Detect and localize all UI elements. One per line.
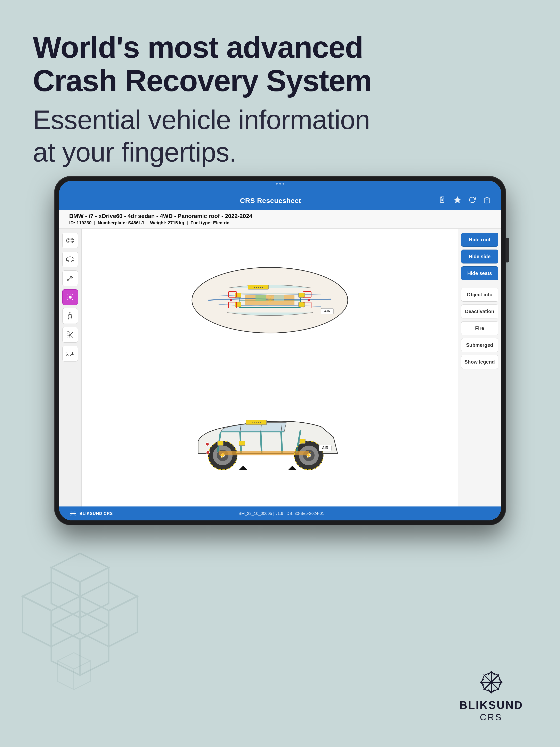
svg-rect-71	[219, 451, 309, 456]
hero-subtitle: Essential vehicle information at your fi…	[33, 104, 527, 169]
svg-marker-14	[74, 661, 90, 690]
svg-line-68	[281, 432, 282, 453]
vehicle-title: BMW - i7 - xDrive60 - 4dr sedan - 4WD - …	[69, 213, 491, 220]
hide-roof-button[interactable]: Hide roof	[461, 233, 498, 247]
svg-text:▲▲▲▲▲: ▲▲▲▲▲	[251, 421, 261, 423]
svg-rect-39	[235, 302, 241, 307]
svg-text:▲▲▲▲▲: ▲▲▲▲▲	[253, 286, 263, 288]
svg-marker-5	[51, 596, 80, 646]
svg-marker-3	[23, 582, 80, 611]
bottom-file-info: BM_22_10_00005 | v1.6 | DB: 30-Sep-2024-…	[238, 511, 324, 516]
diagram-area: ⚡ AIR ⚡	[82, 229, 458, 507]
svg-rect-40	[299, 302, 305, 307]
svg-marker-4	[23, 596, 51, 646]
svg-point-91	[72, 513, 74, 514]
svg-rect-38	[299, 293, 305, 298]
svg-marker-12	[57, 653, 90, 669]
svg-point-85	[206, 442, 209, 446]
svg-point-50	[230, 299, 232, 302]
refresh-icon[interactable]	[468, 196, 476, 205]
svg-marker-18	[454, 197, 461, 203]
sidebar-seat[interactable]	[62, 308, 78, 324]
status-bar	[59, 181, 501, 191]
hide-side-button[interactable]: Hide side	[461, 250, 498, 263]
sidebar-settings[interactable]	[62, 289, 78, 305]
svg-marker-6	[80, 582, 137, 611]
svg-marker-2	[80, 568, 109, 618]
right-sidebar: Hide roof Hide side Hide seats Object in…	[458, 229, 501, 507]
svg-marker-13	[57, 661, 74, 690]
svg-marker-11	[80, 625, 109, 675]
ipad: CRS Rescuesheet	[54, 176, 506, 525]
vehicle-info-bar: BMW - i7 - xDrive60 - 4dr sedan - 4WD - …	[59, 210, 501, 229]
sidebar-car-top[interactable]	[62, 233, 78, 248]
sidebar-vehicle[interactable]	[62, 346, 78, 361]
app-bar: CRS Rescuesheet	[59, 191, 501, 210]
sidebar-cut[interactable]	[62, 327, 78, 343]
deactivation-button[interactable]: Deactivation	[461, 305, 498, 318]
brand-logo-section: BLIKSUND CRS	[459, 670, 523, 722]
svg-text:AIR: AIR	[324, 309, 330, 313]
svg-marker-79	[239, 466, 247, 470]
star-icon[interactable]	[454, 196, 461, 205]
svg-point-51	[308, 299, 310, 302]
brand-sub: CRS	[459, 712, 523, 722]
home-icon[interactable]	[483, 196, 491, 205]
svg-marker-0	[51, 553, 109, 582]
left-sidebar	[59, 229, 82, 507]
hide-seats-button[interactable]: Hide seats	[461, 266, 498, 280]
object-info-button[interactable]: Object info	[461, 288, 498, 302]
svg-text:⚡: ⚡	[265, 295, 274, 304]
svg-point-86	[206, 451, 209, 454]
vehicle-details: ID: 119230 | Numberplate: S486LJ | Weigh…	[69, 220, 491, 226]
svg-text:⚡: ⚡	[219, 452, 226, 459]
sidebar-tools[interactable]	[62, 271, 78, 286]
document-icon[interactable]	[439, 196, 447, 205]
svg-marker-7	[80, 596, 109, 646]
hero-title: World's most advanced Crash Recovery Sys…	[33, 31, 527, 98]
svg-rect-74	[300, 439, 305, 443]
svg-rect-53	[274, 295, 284, 301]
svg-marker-9	[51, 611, 109, 639]
bottom-bar: BLIKSUND CRS BM_22_10_00005 | v1.6 | DB:…	[59, 507, 501, 520]
svg-line-67	[261, 432, 262, 453]
brand-name: BLIKSUND	[459, 699, 523, 711]
svg-marker-8	[109, 596, 137, 646]
svg-rect-52	[255, 295, 266, 301]
submerged-button[interactable]: Submerged	[461, 338, 498, 352]
svg-marker-1	[51, 568, 80, 618]
bliksund-brand: BLIKSUND CRS	[80, 511, 113, 516]
sidebar-car-side[interactable]	[62, 252, 78, 267]
show-legend-button[interactable]: Show legend	[461, 355, 498, 369]
svg-rect-73	[239, 441, 245, 445]
bottom-logo: BLIKSUND CRS	[69, 510, 113, 517]
svg-text:⚡: ⚡	[236, 293, 239, 297]
fire-button[interactable]: Fire	[461, 321, 498, 335]
svg-text:AIR: AIR	[322, 446, 328, 450]
app-title: CRS Rescuesheet	[240, 197, 301, 205]
svg-point-25	[69, 312, 71, 314]
svg-point-19	[67, 238, 74, 243]
svg-marker-10	[51, 625, 80, 675]
svg-text:⚡: ⚡	[305, 452, 312, 459]
svg-marker-80	[288, 466, 297, 470]
svg-point-24	[69, 296, 71, 298]
